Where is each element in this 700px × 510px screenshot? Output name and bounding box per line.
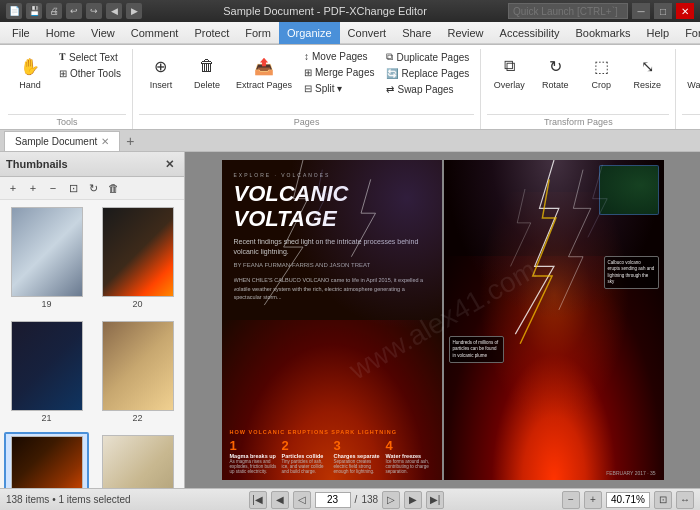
- thumbnail-20[interactable]: 20: [95, 204, 180, 312]
- item-count: 138 items • 1 items selected: [6, 494, 131, 505]
- doc-tab-close-icon[interactable]: ✕: [101, 136, 109, 147]
- resize-icon: ⤡: [635, 54, 659, 78]
- overlay-button[interactable]: ⧉ Overlay: [487, 49, 531, 95]
- delete-icon: 🗑: [195, 54, 219, 78]
- page-section-label: EXPLORE · VOLCANOES: [234, 172, 430, 178]
- current-page-input[interactable]: [315, 492, 351, 508]
- other-tools-button[interactable]: ⊞ Other Tools: [54, 66, 126, 81]
- sidebar-fit-button[interactable]: ⊡: [64, 179, 82, 197]
- volcanic-subtitle: Recent findings shed light on the intric…: [234, 237, 430, 257]
- fit-page-button[interactable]: ⊡: [654, 491, 672, 509]
- menu-help[interactable]: Help: [639, 22, 678, 44]
- merge-pages-icon: ⊞: [304, 67, 312, 78]
- menu-bookmarks[interactable]: Bookmarks: [567, 22, 638, 44]
- extract-icon: 📤: [252, 54, 276, 78]
- menu-view[interactable]: View: [83, 22, 123, 44]
- volcanic-right-content: Calbuco volcano erupts sending ash and l…: [444, 160, 664, 479]
- pages-group-label: Pages: [139, 114, 474, 129]
- menu-file[interactable]: File: [4, 22, 38, 44]
- thumbnail-22[interactable]: 22: [95, 318, 180, 426]
- rotate-button[interactable]: ↻ Rotate: [533, 49, 577, 95]
- minimize-button[interactable]: ─: [632, 3, 650, 19]
- menu-share[interactable]: Share: [394, 22, 439, 44]
- marks-group-label: Page Marks: [682, 114, 700, 129]
- sections-row: 1 Magma breaks up As magma rises and exp…: [230, 438, 434, 474]
- restore-button[interactable]: □: [654, 3, 672, 19]
- prev-button-2[interactable]: ◁: [293, 491, 311, 509]
- toolbar-icon-2[interactable]: 🖨: [46, 3, 62, 19]
- next-button-1[interactable]: ▷: [382, 491, 400, 509]
- sidebar-zoom-in-button[interactable]: +: [24, 179, 42, 197]
- thumb-img-20: [102, 207, 174, 297]
- redo-icon[interactable]: ↪: [86, 3, 102, 19]
- menu-organize[interactable]: Organize: [279, 22, 340, 44]
- watermarks-label: Watermarks: [687, 80, 700, 90]
- pages-buttons: ⊕ Insert 🗑 Delete 📤 Extract Pages ↕ Move…: [139, 49, 474, 112]
- watermarks-button[interactable]: 🔏 Watermarks: [682, 49, 700, 95]
- menu-protect[interactable]: Protect: [186, 22, 237, 44]
- info-callout-2: Hundreds of millions of particles can be…: [449, 336, 504, 363]
- thumb-label-21: 21: [41, 413, 51, 423]
- insert-label: Insert: [150, 80, 173, 90]
- insert-button[interactable]: ⊕ Insert: [139, 49, 183, 95]
- split-icon: ⊟: [304, 83, 312, 94]
- prev-page-button[interactable]: ◀: [271, 491, 289, 509]
- thumbnail-24[interactable]: 24: [95, 432, 180, 488]
- zoom-in-button[interactable]: +: [584, 491, 602, 509]
- thumbnail-19[interactable]: 19: [4, 204, 89, 312]
- main-area: Thumbnails ✕ + + − ⊡ ↻ 🗑 19: [0, 152, 700, 488]
- move-pages-icon: ↕: [304, 51, 309, 62]
- doc-tab[interactable]: Sample Document ✕: [4, 131, 120, 151]
- undo-icon[interactable]: ↩: [66, 3, 82, 19]
- merge-pages-button[interactable]: ⊞ Merge Pages: [299, 65, 379, 80]
- close-button[interactable]: ✕: [676, 3, 694, 19]
- thumbnail-21[interactable]: 21: [4, 318, 89, 426]
- select-tools-group: 𝐓 Select Text ⊞ Other Tools: [54, 49, 126, 81]
- fit-width-button[interactable]: ↔: [676, 491, 694, 509]
- quick-launch-input[interactable]: [508, 3, 628, 19]
- select-text-button[interactable]: 𝐓 Select Text: [54, 49, 126, 65]
- menu-format[interactable]: Format: [677, 22, 700, 44]
- zoom-input[interactable]: [606, 492, 650, 508]
- resize-button[interactable]: ⤡ Resize: [625, 49, 669, 95]
- move-pages-button[interactable]: ↕ Move Pages: [299, 49, 379, 64]
- menu-form[interactable]: Form: [237, 22, 279, 44]
- next-page-button[interactable]: ▶: [404, 491, 422, 509]
- hand-tool-button[interactable]: ✋ Hand: [8, 49, 52, 95]
- dup-label: Duplicate Pages: [396, 52, 469, 63]
- content-area: www.alex41.com EXPLORE · VOLCANOES VOLCA…: [185, 152, 700, 488]
- tools-buttons: ✋ Hand 𝐓 Select Text ⊞ Other Tools: [8, 49, 126, 112]
- delete-button[interactable]: 🗑 Delete: [185, 49, 229, 95]
- duplicate-pages-button[interactable]: ⧉ Duplicate Pages: [381, 49, 474, 65]
- nav-back-icon[interactable]: ◀: [106, 3, 122, 19]
- crop-button[interactable]: ⬚ Crop: [579, 49, 623, 95]
- replace-pages-button[interactable]: 🔄 Replace Pages: [381, 66, 474, 81]
- select-text-label: Select Text: [69, 52, 118, 63]
- menu-review[interactable]: Review: [439, 22, 491, 44]
- menu-home[interactable]: Home: [38, 22, 83, 44]
- first-page-button[interactable]: |◀: [249, 491, 267, 509]
- swap-pages-button[interactable]: ⇄ Swap Pages: [381, 82, 474, 97]
- sidebar-new-button[interactable]: +: [4, 179, 22, 197]
- section-3: 3 Charges separate Separation creates el…: [334, 438, 382, 474]
- volcanic-title: VOLCANIC VOLTAGE: [234, 182, 430, 230]
- split-button[interactable]: ⊟ Split ▾: [299, 81, 379, 96]
- last-page-button[interactable]: ▶|: [426, 491, 444, 509]
- sidebar-zoom-out-button[interactable]: −: [44, 179, 62, 197]
- toolbar-icon-1[interactable]: 💾: [26, 3, 42, 19]
- nav-fwd-icon[interactable]: ▶: [126, 3, 142, 19]
- sidebar-rotate-button[interactable]: ↻: [84, 179, 102, 197]
- marks-buttons: 🔏 Watermarks 🖼 Background ≡ Header and F…: [682, 49, 700, 112]
- add-tab-button[interactable]: +: [120, 131, 140, 151]
- status-right: − + ⊡ ↔: [562, 491, 694, 509]
- sidebar-delete-button[interactable]: 🗑: [104, 179, 122, 197]
- tools-group-label: Tools: [8, 114, 126, 129]
- menu-accessibility[interactable]: Accessibility: [492, 22, 568, 44]
- menu-comment[interactable]: Comment: [123, 22, 187, 44]
- thumbnail-23[interactable]: 23: [4, 432, 89, 488]
- sidebar-close-button[interactable]: ✕: [160, 155, 178, 173]
- page-spread: EXPLORE · VOLCANOES VOLCANIC VOLTAGE Rec…: [222, 160, 664, 479]
- zoom-out-button[interactable]: −: [562, 491, 580, 509]
- menu-convert[interactable]: Convert: [340, 22, 395, 44]
- extract-pages-button[interactable]: 📤 Extract Pages: [231, 49, 297, 95]
